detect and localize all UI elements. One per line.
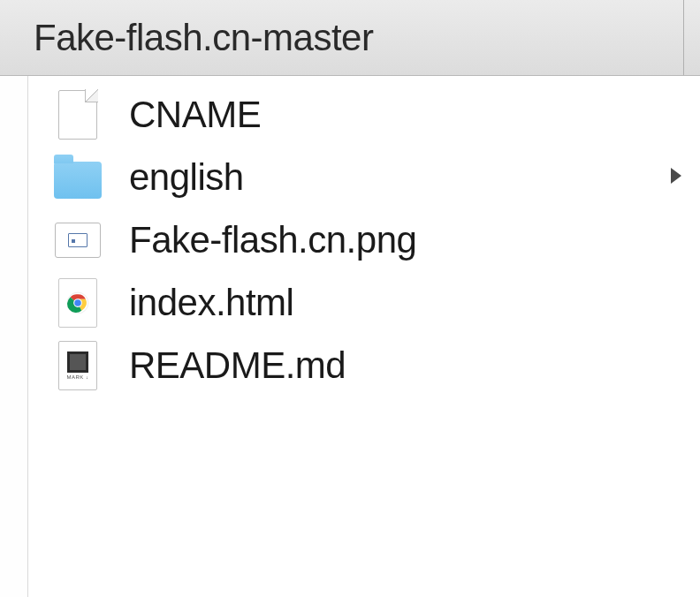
file-name-label: index.html [129, 282, 293, 324]
file-row-cname[interactable]: CNAME [28, 83, 700, 146]
file-row-index-html[interactable]: index.html [28, 271, 700, 334]
finder-column-container: CNAME english Fake-flash.cn.png [0, 76, 700, 597]
disclosure-triangle-icon [668, 166, 684, 189]
markdown-file-icon: MARK ↓ [53, 339, 103, 392]
file-row-readme-md[interactable]: MARK ↓ README.md [28, 334, 700, 397]
generic-file-icon [53, 88, 103, 141]
file-name-label: Fake-flash.cn.png [129, 219, 416, 261]
file-list[interactable]: CNAME english Fake-flash.cn.png [28, 76, 700, 597]
file-name-label: english [129, 156, 244, 199]
folder-icon [53, 151, 103, 204]
header-divider [683, 0, 684, 75]
file-name-label: CNAME [129, 94, 261, 136]
image-file-icon [53, 214, 103, 267]
column-header[interactable]: Fake-flash.cn-master [0, 0, 700, 76]
folder-title: Fake-flash.cn-master [34, 17, 373, 59]
file-row-english[interactable]: english [28, 146, 700, 208]
file-name-label: README.md [129, 344, 346, 387]
chrome-html-icon [53, 276, 103, 329]
file-row-fake-flash-png[interactable]: Fake-flash.cn.png [28, 208, 700, 271]
previous-column-edge [0, 76, 28, 597]
